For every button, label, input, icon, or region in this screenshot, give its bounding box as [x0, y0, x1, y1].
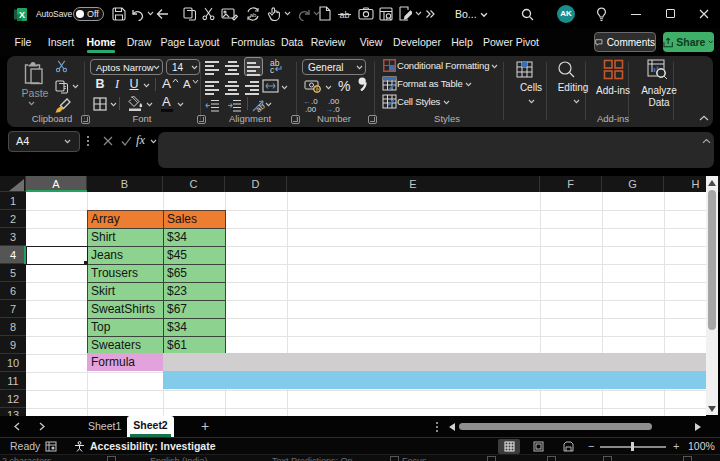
svg-text:→.0: →.0: [325, 105, 340, 112]
svg-text:.00: .00: [305, 105, 317, 112]
svg-text:X: X: [19, 10, 25, 20]
svg-text:ab: ab: [250, 12, 257, 18]
